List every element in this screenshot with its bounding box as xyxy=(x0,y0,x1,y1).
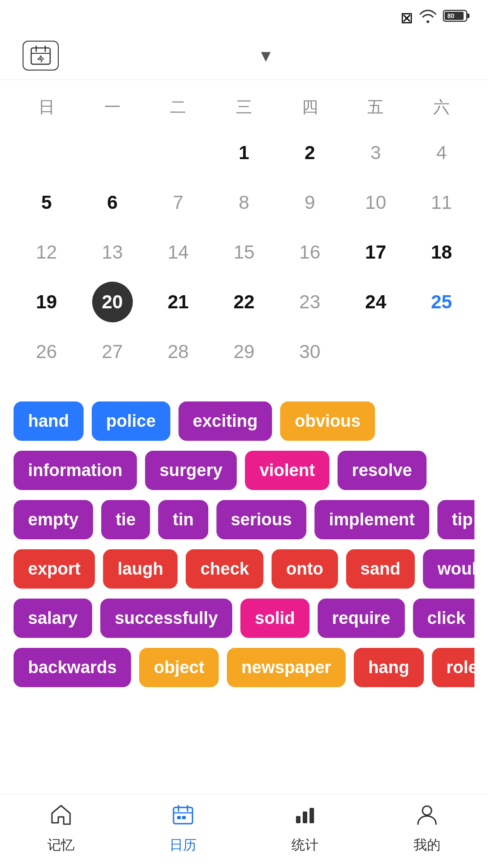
svg-rect-13 xyxy=(177,816,181,819)
calendar-day[interactable]: 10 xyxy=(343,180,409,225)
weekday-label: 日 xyxy=(14,89,80,126)
word-tag[interactable]: resolve xyxy=(338,451,427,490)
chart-icon xyxy=(293,803,317,832)
weekday-label: 二 xyxy=(145,89,211,126)
calendar-day[interactable]: 11 xyxy=(408,180,474,225)
weekday-label: 五 xyxy=(343,89,409,126)
word-tag[interactable]: hand xyxy=(14,401,84,441)
person-icon xyxy=(415,803,439,832)
word-tag[interactable]: salary xyxy=(14,599,92,638)
word-tag[interactable]: onto xyxy=(272,549,338,589)
word-tag[interactable]: serious xyxy=(216,500,306,539)
word-tag[interactable]: sand xyxy=(346,549,415,589)
svg-rect-1 xyxy=(467,14,469,18)
word-tag[interactable]: require xyxy=(318,599,405,638)
calendar-day[interactable]: 25 xyxy=(408,279,474,325)
svg-point-18 xyxy=(422,806,432,815)
calendar-day[interactable]: 12 xyxy=(14,230,80,275)
word-tag[interactable]: role xyxy=(432,648,474,687)
header: 今 ▾ xyxy=(0,32,488,80)
word-tag[interactable]: hang xyxy=(354,648,424,687)
svg-rect-17 xyxy=(310,808,314,823)
month-title[interactable]: ▾ xyxy=(255,46,270,66)
status-signal-icon: ⊠ xyxy=(400,9,413,27)
calendar-day[interactable]: 21 xyxy=(145,279,211,325)
calendar-day[interactable]: 27 xyxy=(80,329,145,374)
word-tag[interactable]: would xyxy=(423,549,474,589)
calendar-day xyxy=(80,130,145,175)
weekday-label: 四 xyxy=(277,89,343,126)
calendar-day xyxy=(343,329,409,374)
svg-rect-9 xyxy=(174,807,192,824)
word-tag[interactable]: successfully xyxy=(100,599,232,638)
word-tag[interactable]: police xyxy=(92,401,170,441)
calendar-day[interactable]: 1 xyxy=(211,130,277,175)
tags-row: exportlaughcheckontosandwould xyxy=(14,549,474,589)
calendar-day[interactable]: 18 xyxy=(408,230,474,275)
calendar-day[interactable]: 26 xyxy=(14,329,80,374)
word-tag[interactable]: object xyxy=(139,648,219,687)
home-icon xyxy=(49,803,73,832)
word-tag[interactable]: obvious xyxy=(280,401,375,441)
word-tag[interactable]: tip xyxy=(437,500,474,539)
nav-label: 统计 xyxy=(291,836,319,854)
calendar-day[interactable]: 24 xyxy=(343,279,409,325)
word-tag[interactable]: laugh xyxy=(103,549,178,589)
word-tag[interactable]: empty xyxy=(14,500,93,539)
calendar-day[interactable]: 16 xyxy=(277,230,343,275)
nav-label: 记忆 xyxy=(47,836,75,854)
calendar-day[interactable]: 14 xyxy=(145,230,211,275)
calendar-day[interactable]: 8 xyxy=(211,180,277,225)
nav-item-calendar[interactable]: 日历 xyxy=(169,803,197,854)
calendar-day[interactable]: 6 xyxy=(80,180,145,225)
calendar-grid: 1234567891011121314151617181920212223242… xyxy=(14,130,474,374)
status-battery: 80 xyxy=(443,8,470,27)
calendar-day[interactable]: 20 xyxy=(80,279,145,325)
weekday-label: 一 xyxy=(80,89,145,126)
calendar-day[interactable]: 13 xyxy=(80,230,145,275)
status-right: ⊠ 80 xyxy=(394,8,470,27)
word-tag[interactable]: violent xyxy=(245,451,329,490)
calendar-day[interactable]: 2 xyxy=(277,130,343,175)
tags-row: salarysuccessfullysolidrequireclick xyxy=(14,599,474,638)
calendar-day[interactable]: 7 xyxy=(145,180,211,225)
nav-item-person[interactable]: 我的 xyxy=(413,803,441,854)
svg-rect-14 xyxy=(182,816,186,819)
word-tag[interactable]: export xyxy=(14,549,95,589)
calendar-day xyxy=(14,130,80,175)
dropdown-arrow-icon: ▾ xyxy=(261,46,270,66)
word-tag[interactable]: exciting xyxy=(178,401,272,441)
svg-rect-16 xyxy=(303,811,307,823)
calendar-day[interactable]: 5 xyxy=(14,180,80,225)
tags-row: backwardsobjectnewspaperhangrole xyxy=(14,648,474,687)
word-tag[interactable]: implement xyxy=(314,500,429,539)
word-tag[interactable]: surgery xyxy=(145,451,237,490)
nav-item-home[interactable]: 记忆 xyxy=(47,803,75,854)
word-tag[interactable]: information xyxy=(14,451,137,490)
calendar-day[interactable]: 29 xyxy=(211,329,277,374)
nav-label: 日历 xyxy=(169,836,197,854)
nav-item-chart[interactable]: 统计 xyxy=(291,803,319,854)
word-tag[interactable]: tie xyxy=(101,500,150,539)
calendar-day[interactable]: 28 xyxy=(145,329,211,374)
calendar-day[interactable]: 23 xyxy=(277,279,343,325)
word-tag[interactable]: backwards xyxy=(14,648,131,687)
bottom-navigation: 记忆日历统计我的 xyxy=(0,794,488,868)
word-tag[interactable]: check xyxy=(186,549,263,589)
word-tag[interactable]: newspaper xyxy=(227,648,346,687)
calendar-day[interactable]: 9 xyxy=(277,180,343,225)
word-tag[interactable]: click xyxy=(413,599,474,638)
svg-rect-15 xyxy=(296,816,300,823)
today-button[interactable]: 今 xyxy=(23,41,59,71)
calendar-day[interactable]: 17 xyxy=(343,230,409,275)
weekday-label: 三 xyxy=(211,89,277,126)
calendar-day[interactable]: 22 xyxy=(211,279,277,325)
word-tag[interactable]: solid xyxy=(240,599,310,638)
calendar-day[interactable]: 15 xyxy=(211,230,277,275)
word-tag[interactable]: tin xyxy=(158,500,208,539)
tags-row: emptytietinseriousimplementtip xyxy=(14,500,474,539)
calendar-day[interactable]: 30 xyxy=(277,329,343,374)
calendar-day[interactable]: 4 xyxy=(408,130,474,175)
calendar-day[interactable]: 19 xyxy=(14,279,80,325)
calendar-day[interactable]: 3 xyxy=(343,130,409,175)
